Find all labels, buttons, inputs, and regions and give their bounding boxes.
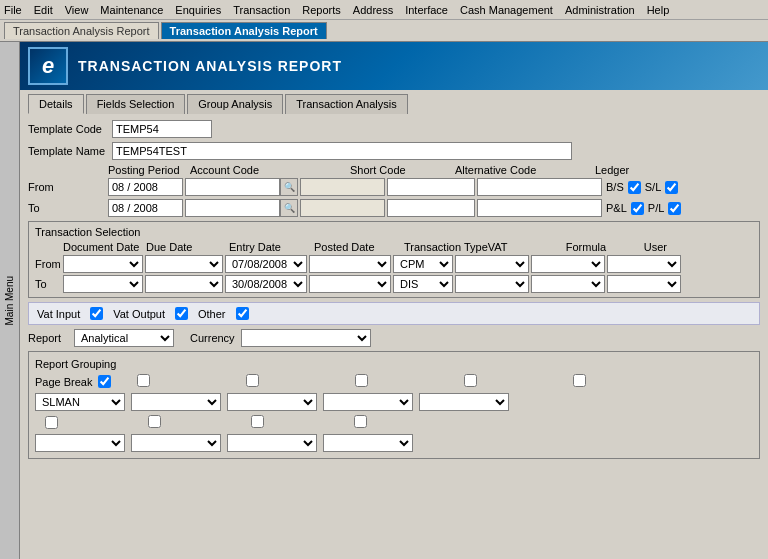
group2-select-3[interactable] <box>227 434 317 452</box>
posting-to-row: To 🔍 P&L P/L <box>28 199 760 217</box>
pl-label: P&L <box>606 202 627 214</box>
group-select-4[interactable] <box>323 393 413 411</box>
trans-from-row: From 07/08/2008 CPM <box>35 255 753 273</box>
menu-maintenance[interactable]: Maintenance <box>100 4 163 16</box>
short-code-from-input[interactable] <box>387 178 475 196</box>
to-label: To <box>28 202 108 214</box>
page-break-cb5[interactable] <box>464 374 477 387</box>
user-header: User <box>644 241 704 253</box>
group2-select-1[interactable] <box>35 434 125 452</box>
group2-select-4[interactable] <box>323 434 413 452</box>
trans-type-to-select[interactable]: DIS <box>393 275 453 293</box>
content-area: e TRANSACTION ANALYSIS REPORT Details Fi… <box>20 42 768 559</box>
template-code-label: Template Code <box>28 123 108 135</box>
group2-select-2[interactable] <box>131 434 221 452</box>
account-code-from-input[interactable] <box>185 178 280 196</box>
user-from-select[interactable] <box>607 255 681 273</box>
posted-date-from-select[interactable] <box>309 255 391 273</box>
formula-to-select[interactable] <box>531 275 605 293</box>
entry-date-to-select[interactable]: 30/08/2008 <box>225 275 307 293</box>
doc-date-to-select[interactable] <box>63 275 143 293</box>
template-code-input[interactable] <box>112 120 212 138</box>
group-cb2-3[interactable] <box>251 415 264 428</box>
page-break-label: Page Break <box>35 376 92 388</box>
posting-from-input[interactable] <box>108 178 183 196</box>
report-row: Report Analytical Currency <box>28 329 760 347</box>
alt-code-to-input[interactable] <box>477 199 602 217</box>
short-code-to-input[interactable] <box>387 199 475 217</box>
page-break-cb3[interactable] <box>246 374 259 387</box>
window-tab-1[interactable]: Transaction Analysis Report <box>4 22 159 39</box>
menu-view[interactable]: View <box>65 4 89 16</box>
account-code-to-search[interactable]: 🔍 <box>280 199 298 217</box>
pnl-checkbox[interactable] <box>668 202 681 215</box>
tab-transaction-analysis[interactable]: Transaction Analysis <box>285 94 407 114</box>
group-select-2[interactable] <box>131 393 221 411</box>
sl-checkbox[interactable] <box>665 181 678 194</box>
grouping-selects-row2 <box>35 434 753 452</box>
account-code-header: Account Code <box>190 164 350 176</box>
menu-enquiries[interactable]: Enquiries <box>175 4 221 16</box>
vat-from-select[interactable] <box>455 255 529 273</box>
group-select-1[interactable]: SLMAN <box>35 393 125 411</box>
due-date-header: Due Date <box>146 241 229 253</box>
group-select-3[interactable] <box>227 393 317 411</box>
formula-from-select[interactable] <box>531 255 605 273</box>
tab-fields-selection[interactable]: Fields Selection <box>86 94 186 114</box>
vat-row: Vat Input Vat Output Other <box>28 302 760 325</box>
alt-code-from-input[interactable] <box>477 178 602 196</box>
entry-date-from-select[interactable]: 07/08/2008 <box>225 255 307 273</box>
group-select-5[interactable] <box>419 393 509 411</box>
grouping-selects-row1: SLMAN <box>35 393 753 411</box>
menu-transaction[interactable]: Transaction <box>233 4 290 16</box>
group-cb2-1[interactable] <box>45 416 58 429</box>
menu-file[interactable]: File <box>4 4 22 16</box>
menu-address[interactable]: Address <box>353 4 393 16</box>
template-name-input[interactable] <box>112 142 572 160</box>
sidebar: Main Menu <box>0 42 20 559</box>
report-grouping-title: Report Grouping <box>35 358 753 370</box>
group-cb2-2[interactable] <box>148 415 161 428</box>
menu-edit[interactable]: Edit <box>34 4 53 16</box>
menu-cash-management[interactable]: Cash Management <box>460 4 553 16</box>
form-body: Template Code Template Name Posting Peri… <box>20 114 768 465</box>
due-date-to-select[interactable] <box>145 275 223 293</box>
vat-header: VAT <box>488 241 566 253</box>
due-date-from-select[interactable] <box>145 255 223 273</box>
window-tab-2[interactable]: Transaction Analysis Report <box>161 22 327 39</box>
posting-to-input[interactable] <box>108 199 183 217</box>
bs-checkbox[interactable] <box>628 181 641 194</box>
doc-date-from-select[interactable] <box>63 255 143 273</box>
user-to-select[interactable] <box>607 275 681 293</box>
menu-administration[interactable]: Administration <box>565 4 635 16</box>
page-break-cb6[interactable] <box>573 374 586 387</box>
page-break-cb4[interactable] <box>355 374 368 387</box>
other-checkbox[interactable] <box>236 307 249 320</box>
posted-date-to-select[interactable] <box>309 275 391 293</box>
posting-period-header: Posting Period <box>108 164 190 176</box>
trans-type-from-select[interactable]: CPM <box>393 255 453 273</box>
transaction-selection-box: Transaction Selection Document Date Due … <box>28 221 760 298</box>
menu-help[interactable]: Help <box>647 4 670 16</box>
sl-label: S/L <box>645 181 662 193</box>
tab-details[interactable]: Details <box>28 94 84 114</box>
pnl-label: P/L <box>648 202 665 214</box>
menu-interface[interactable]: Interface <box>405 4 448 16</box>
vat-input-checkbox[interactable] <box>90 307 103 320</box>
report-select[interactable]: Analytical <box>74 329 174 347</box>
currency-select[interactable] <box>241 329 371 347</box>
page-break-cb2[interactable] <box>137 374 150 387</box>
tab-group-analysis[interactable]: Group Analysis <box>187 94 283 114</box>
pl-checkbox[interactable] <box>631 202 644 215</box>
vat-output-checkbox[interactable] <box>175 307 188 320</box>
account-code-to-input[interactable] <box>185 199 280 217</box>
group-cb2-4[interactable] <box>354 415 367 428</box>
page-title: TRANSACTION ANALYSIS REPORT <box>78 58 342 74</box>
page-header: e TRANSACTION ANALYSIS REPORT <box>20 42 768 90</box>
menu-reports[interactable]: Reports <box>302 4 341 16</box>
vat-to-select[interactable] <box>455 275 529 293</box>
page-break-row: Page Break <box>35 374 753 389</box>
formula-header: Formula <box>566 241 644 253</box>
account-code-from-search[interactable]: 🔍 <box>280 178 298 196</box>
page-break-cb1[interactable] <box>98 375 111 388</box>
